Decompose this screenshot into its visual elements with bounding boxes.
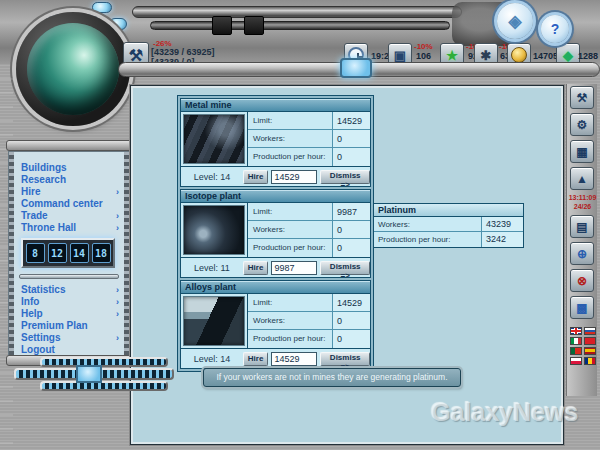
- sidebar-item-settings[interactable]: Settings›: [16, 332, 122, 344]
- worker-capacity: [43239 / 63925]: [151, 47, 215, 57]
- construction-icon[interactable]: ⚒: [570, 86, 594, 109]
- submenu-arrow-icon: [119, 162, 122, 174]
- sidebar-item-hire[interactable]: Hire›: [16, 186, 122, 198]
- flag-turkey-icon[interactable]: [584, 337, 596, 345]
- counter-digit: 12: [48, 243, 67, 263]
- production-value: 0: [332, 148, 370, 166]
- notice-bar: If your workers are not in mines they ar…: [203, 368, 461, 387]
- submenu-arrow-icon: [119, 320, 122, 332]
- workers-value: 0: [332, 312, 370, 329]
- gems-value: 1288: [578, 51, 598, 61]
- sidebar-item-trade[interactable]: Trade›: [16, 210, 122, 222]
- attack-icon[interactable]: ⊗: [570, 269, 594, 292]
- hire-button[interactable]: Hire: [243, 261, 269, 275]
- pipe-decoration: [150, 21, 450, 30]
- buildings-list: Metal mine Limit:14529 Workers:0 Product…: [177, 95, 374, 372]
- light-decoration: [92, 2, 112, 13]
- question-icon: ?: [551, 21, 560, 37]
- pipe-connector-decoration: [244, 16, 264, 35]
- limit-label: Limit:: [248, 203, 332, 220]
- sidebar-item-premium-plan[interactable]: Premium Plan: [16, 320, 122, 332]
- fleet-counter: 24/26: [567, 203, 598, 211]
- galaxynews-watermark: GalaxyNews: [431, 398, 578, 427]
- pipe-connector-decoration: [212, 16, 232, 35]
- sidebar-item-statistics[interactable]: Statistics›: [16, 284, 122, 296]
- flag-spain-icon[interactable]: [584, 347, 596, 355]
- planet-image: [27, 23, 119, 115]
- sidebar-item-research[interactable]: Research: [16, 174, 122, 186]
- galaxy-icon[interactable]: ⊕: [570, 242, 594, 265]
- limit-label: Limit:: [248, 112, 332, 129]
- hire-button[interactable]: Hire: [243, 170, 269, 184]
- map-icon[interactable]: ▩: [570, 296, 594, 319]
- language-flags: [570, 327, 596, 365]
- factory-icon[interactable]: ⚙: [570, 113, 594, 136]
- hire-amount-input[interactable]: [271, 352, 317, 366]
- building-image: [183, 205, 245, 255]
- menu-divider: [19, 274, 119, 279]
- submenu-arrow-icon: [119, 174, 122, 186]
- counter-digit: 14: [70, 243, 89, 263]
- dismiss-button[interactable]: Dismiss =>: [320, 170, 370, 184]
- city-icon[interactable]: ▦: [570, 140, 594, 163]
- vent-light-decoration: [76, 365, 102, 383]
- submenu-arrow-icon: ›: [116, 210, 122, 222]
- hire-amount-input[interactable]: [271, 261, 317, 275]
- production-label: Production per hour:: [248, 330, 332, 348]
- sidebar-top-cap-decoration: [6, 140, 132, 151]
- production-value: 0: [332, 239, 370, 257]
- flag-portugal-icon[interactable]: [570, 347, 582, 355]
- platinum-production-label: Production per hour:: [374, 232, 481, 247]
- flag-russia-icon[interactable]: [584, 327, 596, 335]
- building-title: Metal mine: [181, 99, 370, 112]
- report-icon[interactable]: ▤: [570, 215, 594, 238]
- flag-romania-icon[interactable]: [584, 357, 596, 365]
- platinum-title: Platinum: [374, 204, 523, 217]
- resource-value: 106: [416, 51, 431, 61]
- flag-uk-icon[interactable]: [570, 327, 582, 335]
- workers-value: 0: [332, 221, 370, 238]
- sidebar-item-command-center[interactable]: Command center: [16, 198, 122, 210]
- sidebar-item-help[interactable]: Help›: [16, 308, 122, 320]
- help-button[interactable]: ?: [541, 15, 569, 43]
- building-image: [183, 296, 245, 346]
- dismiss-button[interactable]: Dismiss =>: [320, 261, 370, 275]
- flag-italy-icon[interactable]: [570, 337, 582, 345]
- submenu-arrow-icon: ›: [116, 222, 122, 234]
- dismiss-button[interactable]: Dismiss =>: [320, 352, 370, 366]
- building-level: Level: 14: [181, 354, 243, 364]
- workers-label: Workers:: [248, 312, 332, 329]
- sidebar-item-info[interactable]: Info›: [16, 296, 122, 308]
- pipe-decoration: [132, 6, 462, 18]
- coin-glyph: [511, 47, 527, 63]
- building-level: Level: 14: [181, 172, 243, 182]
- main-panel: Metal mine Limit:14529 Workers:0 Product…: [130, 85, 564, 445]
- counter-digit: 8: [26, 243, 45, 263]
- submenu-arrow-icon: ›: [116, 296, 122, 308]
- hire-button[interactable]: Hire: [243, 352, 269, 366]
- premium-button[interactable]: ◈: [497, 3, 533, 39]
- fleet-timer: 13:11:09: [567, 194, 598, 202]
- limit-value: 14529: [332, 112, 370, 129]
- workers-label: Workers:: [248, 221, 332, 238]
- building-level: Level: 11: [181, 263, 243, 273]
- submenu-arrow-icon: ›: [116, 332, 122, 344]
- building-card-alloys-plant: Alloys plant Limit:14529 Workers:0 Produ…: [180, 280, 371, 369]
- building-card-isotope-plant: Isotope plant Limit:9987 Workers:0 Produ…: [180, 189, 371, 278]
- limit-value: 9987: [332, 203, 370, 220]
- hire-amount-input[interactable]: [271, 170, 317, 184]
- building-card-metal-mine: Metal mine Limit:14529 Workers:0 Product…: [180, 98, 371, 187]
- sidebar-item-throne-hall[interactable]: Throne Hall›: [16, 222, 122, 234]
- resource-delta: -10%: [414, 42, 433, 51]
- panel-toggle-button[interactable]: [340, 58, 372, 78]
- platinum-panel: Platinum Workers:43239 Production per ho…: [373, 203, 524, 248]
- workers-label: Workers:: [248, 130, 332, 147]
- sidebar-item-buildings[interactable]: Buildings: [16, 162, 122, 174]
- rocket-icon[interactable]: ▲: [570, 167, 594, 190]
- production-label: Production per hour:: [248, 239, 332, 257]
- production-label: Production per hour:: [248, 148, 332, 166]
- flag-poland-icon[interactable]: [570, 357, 582, 365]
- bolt-strip-decoration: [124, 152, 129, 355]
- workers-value: 0: [332, 130, 370, 147]
- production-value: 0: [332, 330, 370, 348]
